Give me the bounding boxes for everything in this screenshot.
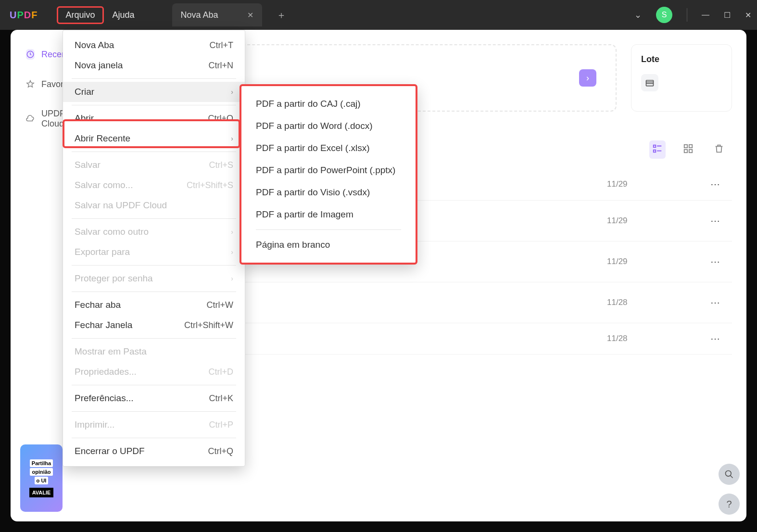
file-more-button[interactable]: ⋯	[703, 256, 727, 267]
clock-icon	[26, 49, 35, 60]
svg-rect-5	[689, 145, 692, 148]
app-logo: UPDF	[10, 10, 38, 21]
menu-separator	[72, 338, 236, 339]
menu-salvar-outro: Salvar como outro›	[63, 222, 245, 242]
menu-fechar-aba[interactable]: Fechar abaCtrl+W	[63, 295, 245, 315]
go-button[interactable]: ›	[579, 69, 596, 87]
menu-nova-aba[interactable]: Nova AbaCtrl+T	[63, 35, 245, 55]
submenu-word[interactable]: PDF a partir do Word (.docx)	[241, 115, 416, 137]
chevron-right-icon: ›	[231, 88, 233, 96]
sidebar-label: UPDF Cloud	[41, 109, 65, 129]
submenu-ppt[interactable]: PDF a partir do PowerPoint (.pptx)	[241, 159, 416, 181]
promo-button[interactable]: AVALIE	[29, 488, 54, 497]
svg-point-8	[726, 471, 732, 477]
menu-separator	[72, 438, 236, 438]
menu-nova-janela[interactable]: Nova janelaCtrl+N	[63, 55, 245, 76]
list-view-button[interactable]	[649, 140, 666, 159]
sidebar-cloud[interactable]: UPDF Cloud	[20, 104, 63, 134]
view-controls	[649, 140, 727, 159]
tab-close-icon[interactable]: ✕	[247, 11, 253, 20]
menu-preferencias[interactable]: Preferências...Ctrl+K	[63, 388, 245, 408]
tab-nova-aba[interactable]: Nova Aba ✕	[172, 3, 262, 26]
menu-separator	[72, 291, 236, 292]
grid-view-button[interactable]	[680, 140, 696, 159]
maximize-icon[interactable]: ☐	[724, 11, 731, 20]
menu-fechar-janela[interactable]: Fechar JanelaCtrl+Shift+W	[63, 315, 245, 335]
close-icon[interactable]: ✕	[745, 11, 751, 20]
menu-encerrar[interactable]: Encerrar o UPDFCtrl+Q	[63, 441, 245, 461]
divider	[687, 8, 687, 22]
menu-abrir[interactable]: Abrir...Ctrl+O	[63, 108, 245, 128]
chevron-down-icon[interactable]: ⌄	[634, 10, 642, 20]
tab-strip: Nova Aba ✕ ＋	[172, 0, 286, 30]
file-more-button[interactable]: ⋯	[703, 297, 727, 308]
submenu-branco[interactable]: Página em branco	[241, 234, 416, 256]
svg-rect-6	[684, 150, 687, 152]
menubar: Arquivo Ajuda	[57, 6, 143, 24]
svg-rect-4	[684, 145, 687, 148]
svg-rect-3	[654, 150, 656, 152]
menu-separator	[72, 105, 236, 105]
menu-criar[interactable]: Criar›	[63, 82, 245, 102]
titlebar: UPDF Arquivo Ajuda Nova Aba ✕ ＋ ⌄ S — ☐ …	[0, 0, 757, 30]
file-date: 11/29	[607, 257, 703, 266]
promo-line: Partilha	[30, 459, 53, 467]
menu-salvar-como: Salvar como...Ctrl+Shift+S	[63, 175, 245, 195]
chevron-right-icon: ›	[231, 248, 233, 256]
star-icon	[26, 79, 35, 89]
file-menu-dropdown: Nova AbaCtrl+T Nova janelaCtrl+N Criar› …	[63, 30, 245, 467]
submenu-visio[interactable]: PDF a partir do Visio (.vsdx)	[241, 181, 416, 203]
minimize-icon[interactable]: —	[702, 11, 709, 20]
promo-line: o UI	[35, 477, 49, 484]
file-date: 11/28	[607, 298, 703, 307]
file-more-button[interactable]: ⋯	[703, 215, 727, 227]
submenu-imagem[interactable]: PDF a partir de Imagem	[241, 203, 416, 226]
sidebar-recent[interactable]: Recente	[20, 44, 63, 64]
user-avatar[interactable]: S	[656, 7, 672, 23]
chevron-right-icon: ›	[231, 135, 233, 142]
menu-separator	[72, 385, 236, 385]
window-controls: — ☐ ✕	[702, 11, 751, 20]
sidebar-favorites[interactable]: Favoritos	[20, 74, 63, 94]
chevron-right-icon: ›	[231, 275, 233, 282]
tab-label: Nova Aba	[181, 10, 218, 20]
search-fab[interactable]	[719, 464, 740, 485]
menu-ajuda[interactable]: Ajuda	[104, 6, 143, 24]
menu-propriedades: Propriedades...Ctrl+D	[63, 362, 245, 382]
menu-separator	[72, 78, 236, 79]
lote-panel[interactable]: Lote	[631, 44, 732, 112]
promo-line: opinião	[30, 468, 52, 476]
menu-exportar: Exportar para›	[63, 242, 245, 262]
menu-separator	[72, 411, 236, 412]
file-more-button[interactable]: ⋯	[703, 178, 727, 190]
delete-button[interactable]	[711, 140, 727, 159]
menu-salvar: SalvarCtrl+S	[63, 155, 245, 175]
menu-arquivo[interactable]: Arquivo	[57, 6, 103, 24]
cloud-icon	[26, 114, 35, 124]
new-tab-button[interactable]: ＋	[277, 9, 286, 22]
menu-mostrar-pasta: Mostrar em Pasta	[63, 342, 245, 362]
promo-banner[interactable]: Partilha opinião o UI AVALIE	[20, 444, 63, 512]
menu-separator	[72, 152, 236, 152]
svg-rect-2	[654, 145, 656, 148]
menu-abrir-recente[interactable]: Abrir Recente›	[63, 128, 245, 149]
menu-proteger: Proteger por senha›	[63, 268, 245, 289]
file-date: 11/28	[607, 334, 703, 343]
batch-icon	[641, 74, 658, 91]
menu-salvar-cloud: Salvar na UPDF Cloud	[63, 195, 245, 215]
menu-separator	[72, 265, 236, 266]
help-fab[interactable]: ?	[719, 494, 740, 515]
submenu-separator	[256, 229, 401, 230]
submenu-caj[interactable]: PDF a partir do CAJ (.caj)	[241, 93, 416, 115]
fab-container: ?	[719, 464, 740, 515]
criar-submenu: PDF a partir do CAJ (.caj) PDF a partir …	[240, 84, 417, 265]
titlebar-right: ⌄ S — ☐ ✕	[634, 7, 751, 23]
submenu-excel[interactable]: PDF a partir do Excel (.xlsx)	[241, 137, 416, 159]
sidebar: Recente Favoritos UPDF Cloud	[11, 30, 63, 143]
lote-title: Lote	[641, 54, 722, 64]
menu-separator	[72, 218, 236, 219]
file-more-button[interactable]: ⋯	[703, 333, 727, 344]
file-date: 11/29	[607, 216, 703, 226]
chevron-right-icon: ›	[231, 228, 233, 236]
menu-imprimir: Imprimir...Ctrl+P	[63, 415, 245, 435]
